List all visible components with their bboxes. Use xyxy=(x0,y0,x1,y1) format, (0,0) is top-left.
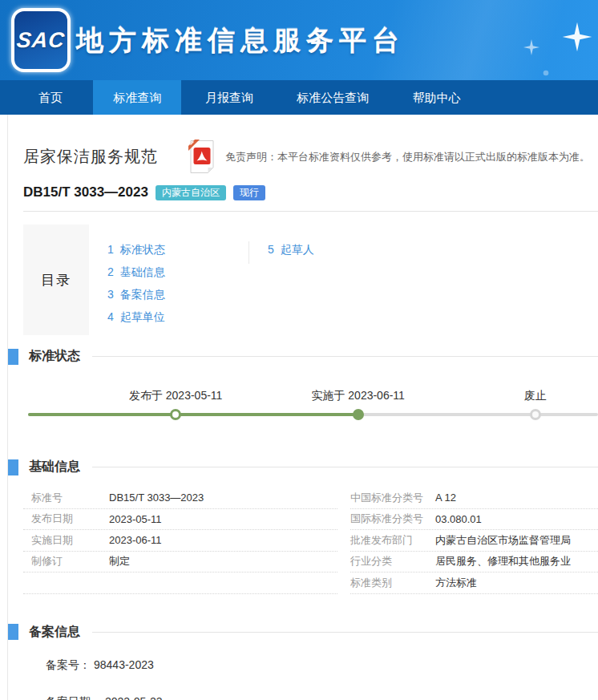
section-header: 备案信息 xyxy=(8,624,598,641)
field-label: 实施日期 xyxy=(23,533,109,548)
sparkle-icon xyxy=(523,38,540,56)
timeline-dot-implemented xyxy=(353,409,364,420)
timeline-track xyxy=(28,413,598,416)
timeline-progress xyxy=(28,413,358,416)
table-row: 国际标准分类号 03.080.01 xyxy=(350,509,598,531)
field-value: 98443-2023 xyxy=(94,658,154,671)
basic-info-grid: 标准号 DB15/T 3033—2023 发布日期 2023-05-11 实施日… xyxy=(23,488,598,594)
list-item: 4起草单位 xyxy=(107,309,248,331)
standard-number-row: DB15/T 3033—2023 内蒙古自治区 现行 xyxy=(23,184,598,200)
app-header: SAC 地方标准信息服务平台 xyxy=(0,0,598,80)
timeline-label: 废止 xyxy=(524,389,547,403)
sac-logo-text: SAC xyxy=(15,28,66,53)
toc-column-1: 1标准状态 2基础信息 3备案信息 4起草单位 xyxy=(107,225,248,331)
toc-text: 备案信息 xyxy=(120,288,165,301)
toc-num: 5 xyxy=(268,243,274,256)
field-label: 制修订 xyxy=(23,554,109,568)
section-marker xyxy=(8,459,18,475)
section-standard-status: 标准状态 发布于 2023-05-11 实施于 2023-06-11 废止 xyxy=(23,348,598,442)
table-row: 标准类别 方法标准 xyxy=(350,573,598,594)
disclaimer-text: 免责声明：本平台标准资料仅供参考，使用标准请以正式出版的标准版本为准。 xyxy=(225,150,590,164)
nav-item-monthly-report[interactable]: 月报查询 xyxy=(185,80,273,115)
section-filing-info: 备案信息 备案号：98443-2023 备案日期：2023-05-23 xyxy=(23,624,598,700)
standard-number: DB15/T 3033—2023 xyxy=(23,184,148,200)
toc-link-standard-status[interactable]: 1标准状态 xyxy=(107,243,165,256)
timeline-dot-published xyxy=(170,409,181,420)
field-label: 发布日期 xyxy=(23,512,109,526)
section-rule xyxy=(92,467,598,467)
main-nav: 首页 标准查询 月报查询 标准公告查询 帮助中心 xyxy=(0,80,598,115)
sparkle-icon xyxy=(561,21,593,53)
section-rule xyxy=(92,356,598,357)
toc-link-basic-info[interactable]: 2基础信息 xyxy=(107,265,165,278)
section-title: 基础信息 xyxy=(29,459,80,475)
field-label: 备案号： xyxy=(46,658,91,671)
section-title: 备案信息 xyxy=(29,624,80,641)
toc-column-2: 5起草人 xyxy=(248,241,314,264)
table-row: 中国标准分类号 A 12 xyxy=(350,488,598,509)
field-value: A 12 xyxy=(435,492,456,504)
timeline-dot-abolished xyxy=(530,409,541,420)
basic-info-left-column: 标准号 DB15/T 3033—2023 发布日期 2023-05-11 实施日… xyxy=(23,488,337,594)
field-label: 行业分类 xyxy=(350,554,435,568)
status-timeline: 发布于 2023-05-11 实施于 2023-06-11 废止 xyxy=(28,384,598,442)
toc-link-filing-info[interactable]: 3备案信息 xyxy=(107,288,165,301)
title-divider xyxy=(23,211,598,212)
field-value: DB15/T 3033—2023 xyxy=(109,492,204,504)
table-row xyxy=(23,573,337,594)
content-panel: 居家保洁服务规范 免责声明：本平台标准资料仅供参考，使用标准请以正式出版的标准版… xyxy=(7,115,598,700)
list-item: 2基础信息 xyxy=(107,264,248,286)
region-badge: 内蒙古自治区 xyxy=(156,185,226,200)
status-badge: 现行 xyxy=(233,185,265,200)
sac-logo: SAC xyxy=(11,8,71,72)
nav-item-home[interactable]: 首页 xyxy=(11,80,90,115)
section-rule xyxy=(92,632,598,633)
nav-item-announcement-search[interactable]: 标准公告查询 xyxy=(277,80,389,115)
toc-text: 起草单位 xyxy=(120,310,165,323)
field-label: 标准号 xyxy=(23,491,109,505)
toc-link-drafting-org[interactable]: 4起草单位 xyxy=(107,310,165,323)
field-value: 2023-05-23 xyxy=(105,695,163,700)
list-item: 1标准状态 xyxy=(107,241,248,264)
table-row: 行业分类 居民服务、修理和其他服务业 xyxy=(350,552,598,573)
field-label: 中国标准分类号 xyxy=(350,491,435,505)
standard-title: 居家保洁服务规范 xyxy=(23,146,158,168)
field-value: 居民服务、修理和其他服务业 xyxy=(435,554,571,568)
table-row: 标准号 DB15/T 3033—2023 xyxy=(23,488,337,509)
toc-label: 目录 xyxy=(23,225,89,335)
sac-logo-inner: SAC xyxy=(14,11,67,69)
field-value: 2023-05-11 xyxy=(109,513,162,525)
field-value: 方法标准 xyxy=(435,576,477,590)
list-item: 5起草人 xyxy=(268,241,314,264)
table-row: 制修订 制定 xyxy=(23,552,337,573)
filing-date-line: 备案日期：2023-05-23 xyxy=(23,695,598,700)
toc-link-drafters[interactable]: 5起草人 xyxy=(268,243,314,256)
field-label: 备案日期： xyxy=(46,695,102,700)
title-row: 居家保洁服务规范 免责声明：本平台标准资料仅供参考，使用标准请以正式出版的标准版… xyxy=(23,115,598,174)
basic-info-right-column: 中国标准分类号 A 12 国际标准分类号 03.080.01 批准发布部门 内蒙… xyxy=(350,488,598,594)
nav-item-standard-search[interactable]: 标准查询 xyxy=(93,80,181,115)
toc-num: 1 xyxy=(107,243,114,256)
section-header: 基础信息 xyxy=(8,459,598,475)
filing-number-line: 备案号：98443-2023 xyxy=(23,658,598,673)
toc-text: 基础信息 xyxy=(120,265,165,278)
table-row: 实施日期 2023-06-11 xyxy=(23,530,337,552)
field-label: 国际标准分类号 xyxy=(350,512,435,526)
field-value: 制定 xyxy=(109,554,130,568)
list-item: 3备案信息 xyxy=(107,286,248,309)
field-value: 2023-06-11 xyxy=(109,534,162,546)
section-header: 标准状态 xyxy=(8,348,598,365)
toc-text: 标准状态 xyxy=(120,243,165,256)
timeline-label: 发布于 2023-05-11 xyxy=(129,389,222,403)
pdf-file-icon[interactable] xyxy=(188,140,216,174)
toc-num: 4 xyxy=(107,310,114,323)
table-row: 发布日期 2023-05-11 xyxy=(23,509,337,531)
nav-item-help-center[interactable]: 帮助中心 xyxy=(393,80,481,115)
field-value: 03.080.01 xyxy=(435,513,482,525)
section-marker xyxy=(8,349,18,365)
table-of-contents: 目录 1标准状态 2基础信息 3备案信息 4起草单位 5起草人 xyxy=(23,225,598,335)
section-basic-info: 基础信息 标准号 DB15/T 3033—2023 发布日期 2023-05-1… xyxy=(23,459,598,594)
table-row: 批准发布部门 内蒙古自治区市场监督管理局 xyxy=(350,530,598,552)
field-label: 标准类别 xyxy=(350,576,435,590)
section-marker xyxy=(8,624,18,640)
